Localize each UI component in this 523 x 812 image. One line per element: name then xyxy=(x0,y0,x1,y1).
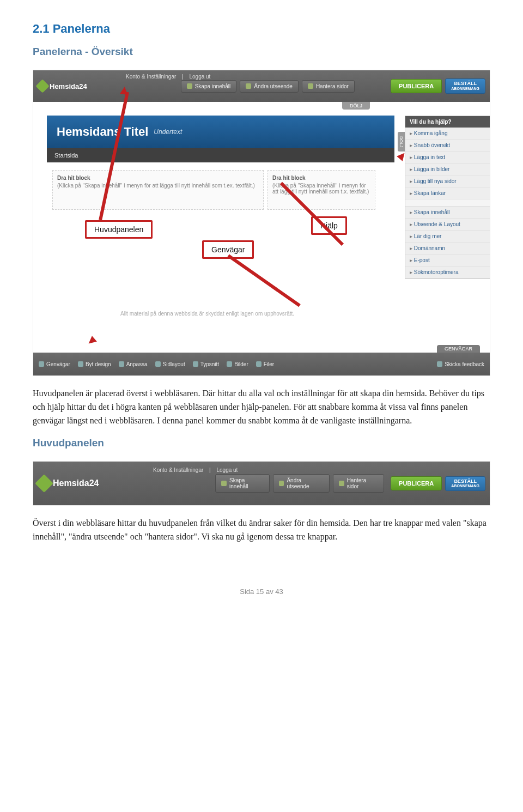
create-content-button[interactable]: Skapa innehåll xyxy=(215,474,269,493)
shortcuts-bar: Genvägar Byt design Anpassa Sidlayout Ty… xyxy=(33,353,490,375)
manage-pages-button[interactable]: Hantera sidor xyxy=(302,80,355,93)
shortcut-icon xyxy=(155,361,161,367)
logo: Hemsida24 xyxy=(38,81,93,91)
account-links: Konto & Inställningar | Logga ut xyxy=(153,467,242,473)
help-item[interactable]: Lär dig mer xyxy=(405,231,490,243)
change-appearance-button[interactable]: Ändra utseende xyxy=(273,474,330,493)
shortcut-icon xyxy=(119,361,124,367)
hide-tab[interactable]: DÖLJ xyxy=(342,102,370,110)
drop-zone-right[interactable]: Dra hit block (Klicka på "Skapa innehåll… xyxy=(267,170,375,210)
palette-icon xyxy=(246,83,251,89)
site-footer-copyright: Allt material på denna webbsida är skydd… xyxy=(120,311,294,317)
help-item[interactable]: Skapa innehåll xyxy=(405,207,490,219)
shortcut-genvagar[interactable]: Genvägar xyxy=(39,361,70,367)
site-title: Hemsidans Titel xyxy=(57,125,148,139)
help-item[interactable]: Lägga in bilder xyxy=(405,163,490,175)
site-nav: Startsida xyxy=(47,148,394,162)
help-item[interactable]: Utseende & Layout xyxy=(405,219,490,231)
pages-icon xyxy=(308,83,313,89)
logo-icon xyxy=(35,79,49,93)
create-content-button[interactable]: Skapa innehåll xyxy=(181,80,237,93)
pages-icon xyxy=(339,481,344,486)
shortcut-icon xyxy=(256,361,262,367)
link-account-settings[interactable]: Konto & Inställningar xyxy=(153,467,203,473)
screenshot-overview: Hemsida24 Konto & Inställningar | Logga … xyxy=(33,70,490,376)
site-title-banner: Hemsidans Titel Undertext xyxy=(47,116,394,148)
logo: Hemsida24 xyxy=(38,477,105,490)
shortcut-typsnitt[interactable]: Typsnitt xyxy=(193,361,219,367)
logo-text: Hemsida24 xyxy=(50,82,87,90)
paragraph-overview: Huvudpanelen är placerad överst i webblä… xyxy=(33,387,490,427)
publish-button[interactable]: PUBLICERA xyxy=(391,476,442,490)
order-subscription-button[interactable]: BESTÄLL ABONNEMANG xyxy=(445,78,485,94)
shortcuts-tab[interactable]: GENVÄGAR xyxy=(437,345,480,353)
screenshot-huvudpanel: Hemsida24 Konto & Inställningar | Logga … xyxy=(33,461,490,506)
change-appearance-button[interactable]: Ändra utseende xyxy=(240,80,299,93)
drop-zone-left[interactable]: Dra hit block (Klicka på "Skapa innehåll… xyxy=(52,170,264,210)
help-item[interactable]: Lägga in text xyxy=(405,152,490,163)
order-subscription-button[interactable]: BESTÄLL ABONNEMANG xyxy=(445,476,485,492)
link-logout[interactable]: Logga ut xyxy=(189,74,210,80)
manage-pages-button[interactable]: Hantera sidor xyxy=(333,474,384,493)
main-panel-bar: Hemsida24 Konto & Inställningar | Logga … xyxy=(33,70,490,102)
shortcut-byt-design[interactable]: Byt design xyxy=(78,361,111,367)
link-logout[interactable]: Logga ut xyxy=(216,467,238,473)
shortcut-sidlayout[interactable]: Sidlayout xyxy=(155,361,185,367)
shortcut-bilder[interactable]: Bilder xyxy=(227,361,248,367)
shortcut-icon xyxy=(78,361,83,367)
shortcut-icon xyxy=(227,361,232,367)
shortcut-icon xyxy=(39,361,44,367)
plus-icon xyxy=(221,481,227,486)
help-item[interactable]: Lägg till nya sidor xyxy=(405,175,490,187)
shortcut-anpassa[interactable]: Anpassa xyxy=(119,361,148,367)
shortcut-icon xyxy=(437,361,442,367)
help-item[interactable]: Komma igång xyxy=(405,128,490,140)
hide-help-tab[interactable]: DÖLJ xyxy=(398,132,405,152)
subheading-overview: Panelerna - Översikt xyxy=(33,46,490,58)
link-account-settings[interactable]: Konto & Inställningar xyxy=(126,74,176,80)
logo-icon xyxy=(35,474,53,493)
callout-huvudpanelen: Huvudpanelen xyxy=(85,220,153,239)
help-item[interactable]: Sökmotoroptimera xyxy=(405,266,490,278)
logo-text: Hemsida24 xyxy=(53,478,99,488)
main-panel-bar: Hemsida24 Konto & Inställningar | Logga … xyxy=(33,462,490,505)
help-panel: Vill du ha hjälp? Komma igång Snabb över… xyxy=(405,116,490,279)
help-item[interactable]: E-post xyxy=(405,254,490,266)
help-item[interactable]: Skapa länkar xyxy=(405,187,490,199)
palette-icon xyxy=(279,481,284,486)
help-item[interactable]: Snabb översikt xyxy=(405,140,490,152)
account-links: Konto & Inställningar | Logga ut xyxy=(126,74,215,80)
site-subtitle: Undertext xyxy=(154,128,182,136)
plus-icon xyxy=(187,83,192,89)
page-number: Sida 15 av 43 xyxy=(33,587,490,596)
subheading-huvudpanelen: Huvudpanelen xyxy=(33,437,490,449)
shortcut-icon xyxy=(193,361,198,367)
help-item[interactable]: Domännamn xyxy=(405,243,490,254)
publish-button[interactable]: PUBLICERA xyxy=(391,79,442,93)
section-heading: 2.1 Panelerna xyxy=(33,22,490,36)
shortcut-feedback[interactable]: Skicka feedback xyxy=(437,361,484,367)
shortcut-filer[interactable]: Filer xyxy=(256,361,274,367)
paragraph-huvudpanel: Överst i din webbläsare hittar du huvudp… xyxy=(33,517,490,544)
nav-startpage[interactable]: Startsida xyxy=(47,152,86,159)
help-panel-header: Vill du ha hjälp? xyxy=(405,116,490,128)
